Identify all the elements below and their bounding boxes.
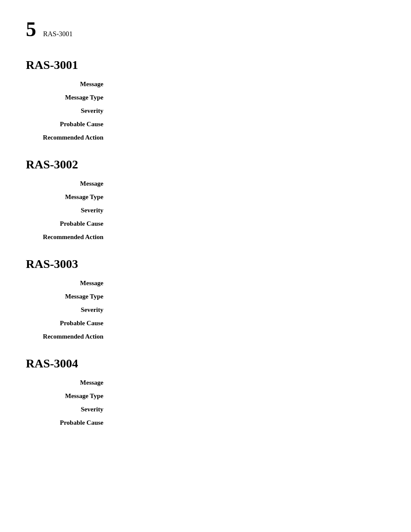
section-RAS-3001: RAS-3001MessageMessage TypeSeverityProba… [26, 58, 385, 142]
field-label-RAS-3002-2: Severity [26, 206, 112, 215]
field-value-RAS-3001-4 [112, 133, 385, 142]
field-value-RAS-3001-3 [112, 120, 385, 129]
page-header: 5 RAS-3001 [26, 17, 385, 41]
field-label-RAS-3002-3: Probable Cause [26, 219, 112, 228]
field-row-RAS-3001-3: Probable Cause [26, 120, 385, 129]
section-RAS-3004: RAS-3004MessageMessage TypeSeverityProba… [26, 357, 385, 427]
field-row-RAS-3004-0: Message [26, 378, 385, 387]
field-label-RAS-3003-2: Severity [26, 305, 112, 314]
field-value-RAS-3002-3 [112, 219, 385, 228]
field-row-RAS-3001-0: Message [26, 80, 385, 89]
field-row-RAS-3003-0: Message [26, 279, 385, 288]
section-title-RAS-3002: RAS-3002 [26, 158, 385, 171]
field-label-RAS-3004-1: Message Type [26, 392, 112, 401]
page-subtitle: RAS-3001 [43, 30, 72, 38]
field-value-RAS-3003-4 [112, 332, 385, 341]
field-row-RAS-3002-2: Severity [26, 206, 385, 215]
field-value-RAS-3001-0 [112, 80, 385, 89]
field-label-RAS-3002-4: Recommended Action [26, 233, 112, 242]
field-value-RAS-3004-3 [112, 418, 385, 427]
field-value-RAS-3002-1 [112, 193, 385, 202]
field-value-RAS-3004-0 [112, 378, 385, 387]
field-row-RAS-3001-4: Recommended Action [26, 133, 385, 142]
field-row-RAS-3004-3: Probable Cause [26, 418, 385, 427]
field-value-RAS-3003-3 [112, 319, 385, 328]
field-label-RAS-3004-3: Probable Cause [26, 418, 112, 427]
field-row-RAS-3002-3: Probable Cause [26, 219, 385, 228]
field-label-RAS-3003-0: Message [26, 279, 112, 288]
field-label-RAS-3001-3: Probable Cause [26, 120, 112, 129]
field-label-RAS-3003-3: Probable Cause [26, 319, 112, 328]
field-label-RAS-3002-1: Message Type [26, 193, 112, 202]
field-row-RAS-3003-4: Recommended Action [26, 332, 385, 341]
field-label-RAS-3002-0: Message [26, 179, 112, 188]
field-value-RAS-3003-0 [112, 279, 385, 288]
field-value-RAS-3001-2 [112, 106, 385, 115]
section-RAS-3003: RAS-3003MessageMessage TypeSeverityProba… [26, 257, 385, 341]
field-value-RAS-3002-0 [112, 179, 385, 188]
field-label-RAS-3001-0: Message [26, 80, 112, 89]
field-row-RAS-3004-2: Severity [26, 405, 385, 414]
page-number: 5 [26, 17, 36, 41]
field-value-RAS-3004-1 [112, 392, 385, 401]
field-row-RAS-3001-1: Message Type [26, 93, 385, 102]
section-RAS-3002: RAS-3002MessageMessage TypeSeverityProba… [26, 158, 385, 242]
field-value-RAS-3002-4 [112, 233, 385, 242]
field-value-RAS-3001-1 [112, 93, 385, 102]
field-row-RAS-3002-0: Message [26, 179, 385, 188]
field-row-RAS-3001-2: Severity [26, 106, 385, 115]
field-label-RAS-3004-2: Severity [26, 405, 112, 414]
field-label-RAS-3003-4: Recommended Action [26, 332, 112, 341]
field-row-RAS-3003-1: Message Type [26, 292, 385, 301]
section-title-RAS-3004: RAS-3004 [26, 357, 385, 370]
field-row-RAS-3002-4: Recommended Action [26, 233, 385, 242]
field-label-RAS-3001-2: Severity [26, 106, 112, 115]
section-title-RAS-3003: RAS-3003 [26, 257, 385, 271]
field-label-RAS-3001-1: Message Type [26, 93, 112, 102]
field-value-RAS-3003-2 [112, 305, 385, 314]
field-row-RAS-3003-2: Severity [26, 305, 385, 314]
field-row-RAS-3004-1: Message Type [26, 392, 385, 401]
section-title-RAS-3001: RAS-3001 [26, 58, 385, 72]
field-label-RAS-3003-1: Message Type [26, 292, 112, 301]
field-value-RAS-3003-1 [112, 292, 385, 301]
field-label-RAS-3004-0: Message [26, 378, 112, 387]
field-row-RAS-3003-3: Probable Cause [26, 319, 385, 328]
field-row-RAS-3002-1: Message Type [26, 193, 385, 202]
field-value-RAS-3002-2 [112, 206, 385, 215]
field-label-RAS-3001-4: Recommended Action [26, 133, 112, 142]
field-value-RAS-3004-2 [112, 405, 385, 414]
